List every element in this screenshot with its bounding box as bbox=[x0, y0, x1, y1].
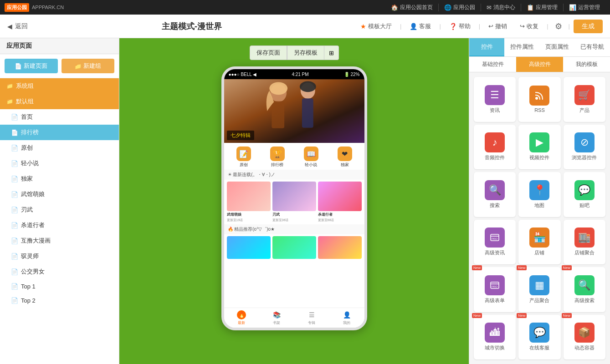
widget-search[interactable]: 🔍 搜索 bbox=[474, 172, 516, 217]
widget-adv-form[interactable]: New PRO 高级表单 bbox=[474, 267, 516, 312]
service-icon: 👤 bbox=[410, 23, 417, 30]
sidebar-shadao-label: 杀道行者 bbox=[21, 221, 45, 229]
tab-nav[interactable]: 已有导航 bbox=[575, 38, 610, 56]
service-label: 客服 bbox=[419, 22, 431, 30]
toolbar-right: ★ 模板大厅 | 👤 客服 | ❓ 帮助 | ↩ 撤销 ↪ 收复 | ⚙ | 生… bbox=[356, 20, 603, 33]
widget-adv-news[interactable]: PRO 高级资讯 bbox=[474, 220, 516, 265]
folder-default-icon: 📁 bbox=[6, 98, 13, 105]
online-service-widget-label: 在线客服 bbox=[529, 344, 549, 351]
bottom-tab-album[interactable]: ☰ 专辑 bbox=[307, 310, 316, 325]
rec-cover-1[interactable] bbox=[227, 236, 271, 259]
template-hall-button[interactable]: ★ 模板大厅 bbox=[356, 20, 396, 32]
widget-rss[interactable]: RSS bbox=[518, 77, 560, 122]
sidebar-page-yuling[interactable]: 📄 驭灵师 bbox=[0, 248, 119, 264]
back-button[interactable]: ◀ 返回 bbox=[7, 22, 28, 30]
new-group-button[interactable]: 📁 新建组 bbox=[62, 59, 115, 73]
bottom-tab-latest[interactable]: 🔥 最新 bbox=[237, 310, 246, 325]
service-button[interactable]: 👤 客服 bbox=[405, 20, 436, 32]
phone-icon-exclusive[interactable]: ❤ 独家 bbox=[338, 147, 352, 168]
tab-basic-controls[interactable]: 基础控件 bbox=[469, 57, 516, 72]
widget-video[interactable]: ▶ 视频控件 bbox=[518, 125, 560, 170]
rec-cover-3[interactable] bbox=[318, 236, 362, 259]
widget-online-service[interactable]: New 💬 在线客服 bbox=[518, 315, 560, 360]
widget-shop[interactable]: 🏪 店铺 bbox=[518, 220, 560, 265]
widget-shop-agg[interactable]: 🏬 店铺聚合 bbox=[564, 220, 605, 265]
nav-link-app-manage[interactable]: 📋 应用管理 bbox=[521, 4, 564, 11]
help-button[interactable]: ❓ 帮助 bbox=[445, 20, 475, 32]
search-widget-icon: 🔍 bbox=[485, 180, 505, 200]
sidebar-page-shadao[interactable]: 📄 杀道行者 bbox=[0, 217, 119, 233]
widget-tieba[interactable]: 💬 贴吧 bbox=[564, 172, 605, 217]
page-top1-icon: 📄 bbox=[11, 283, 18, 290]
new-page-button[interactable]: 📄 新建页面 bbox=[5, 59, 58, 73]
grid-view-button[interactable]: ⊞ bbox=[324, 46, 339, 60]
tab-control-props[interactable]: 控件属性 bbox=[504, 38, 539, 56]
album-tab-label: 专辑 bbox=[308, 320, 315, 325]
sidebar-page-home[interactable]: 📄 首页 bbox=[0, 109, 119, 125]
star-icon: ★ bbox=[360, 23, 366, 30]
widget-map[interactable]: 📍 地图 bbox=[518, 172, 560, 217]
widget-product[interactable]: 🛒 产品 bbox=[564, 77, 605, 122]
new-group-icon: 📁 bbox=[74, 63, 82, 70]
right-tabs-sub: 基础控件 高级控件 我的模板 bbox=[469, 57, 610, 72]
rss-widget-label: RSS bbox=[534, 107, 545, 113]
save-page-button[interactable]: 保存页面 bbox=[250, 46, 287, 60]
manga-item-2[interactable]: 刃武 更新至36话 bbox=[272, 182, 316, 222]
city-switch-new-badge: New bbox=[472, 313, 482, 318]
bottom-tab-mine[interactable]: 👤 我的 bbox=[342, 310, 351, 325]
sidebar-default-label: 默认组 bbox=[16, 97, 34, 106]
sidebar-group-default[interactable]: 📁 默认组 bbox=[0, 94, 119, 109]
tab-advanced-controls[interactable]: 高级控件 bbox=[516, 57, 563, 72]
nav-link-ops[interactable]: 📊 运营管理 bbox=[564, 4, 605, 11]
sidebar-page-wuguan[interactable]: 📄 武馆萌娘 bbox=[0, 187, 119, 202]
widget-city-switch[interactable]: New 🏙 城市切换 bbox=[474, 315, 516, 360]
tab-controls[interactable]: 控件 bbox=[469, 38, 504, 56]
save-template-button[interactable]: 另存模板 bbox=[287, 46, 324, 60]
audio-widget-label: 音频控件 bbox=[485, 154, 505, 161]
restore-label: 收复 bbox=[527, 22, 538, 30]
nav-park-label: 应用公园 bbox=[453, 4, 475, 11]
tab-my-templates[interactable]: 我的模板 bbox=[563, 57, 610, 72]
dynamic-container-new-badge: New bbox=[562, 313, 572, 318]
adv-form-new-badge: New bbox=[472, 265, 482, 270]
cancel-button[interactable]: ↩ 撤销 bbox=[484, 20, 512, 32]
sidebar-page-novel[interactable]: 📄 轻小说 bbox=[0, 156, 119, 171]
sidebar-page-renwu[interactable]: 📄 刃武 bbox=[0, 202, 119, 217]
sidebar-page-exclusive[interactable]: 📄 独家 bbox=[0, 171, 119, 187]
restore-button[interactable]: ↪ 收复 bbox=[515, 20, 543, 32]
manga-item-3[interactable]: 杀道行者 更新至68话 bbox=[318, 182, 362, 222]
bottom-tab-shelf[interactable]: 📚 书架 bbox=[272, 310, 281, 325]
manga-item-1[interactable]: 武馆萌娘 更新至19话 bbox=[227, 182, 271, 222]
sidebar-page-ranking[interactable]: 📄 排行榜 bbox=[0, 125, 119, 140]
widget-adv-search[interactable]: New 🔍 高级搜索 bbox=[564, 267, 605, 312]
widget-news[interactable]: ☰ 资讯 bbox=[474, 77, 516, 122]
cancel-icon: ↩ bbox=[488, 23, 493, 30]
sidebar-page-manhua[interactable]: 📄 互撸大漫画 bbox=[0, 233, 119, 248]
nav-link-home[interactable]: 🏠 应用公园首页 bbox=[385, 4, 439, 11]
sidebar-items: 📁 系统组 📁 默认组 📄 首页 📄 排行榜 📄 原创 📄 轻小说 bbox=[0, 78, 119, 364]
rec-cover-2[interactable] bbox=[272, 236, 316, 259]
widget-dynamic-container[interactable]: New 📦 动态容器 bbox=[564, 315, 605, 360]
settings-button[interactable]: ⚙ bbox=[552, 21, 565, 31]
phone-icon-ranking[interactable]: 🏆 排行榜 bbox=[270, 147, 285, 168]
sidebar-sys-label: 系统组 bbox=[16, 82, 34, 90]
nav-link-park[interactable]: 🌐 应用公园 bbox=[439, 4, 481, 11]
widget-audio[interactable]: ♪ 音频控件 bbox=[474, 125, 516, 170]
video-widget-label: 视频控件 bbox=[529, 154, 549, 161]
phone-icon-novel[interactable]: 📖 轻小说 bbox=[304, 147, 318, 168]
page-bus-icon: 📄 bbox=[11, 268, 18, 275]
phone-icon-original[interactable]: 📝 原创 bbox=[236, 147, 251, 168]
adv-search-widget-icon: 🔍 bbox=[574, 275, 595, 295]
sidebar-page-top2[interactable]: 📄 Top 2 bbox=[0, 293, 119, 308]
sidebar-page-bus[interactable]: 📄 公交男女 bbox=[0, 264, 119, 279]
widget-browser[interactable]: ⊘ 浏览器控件 bbox=[564, 125, 605, 170]
widget-product-agg[interactable]: New ▦ 产品聚合 bbox=[518, 267, 560, 312]
sidebar-home-label: 首页 bbox=[21, 113, 33, 121]
sidebar-group-sys[interactable]: 📁 系统组 bbox=[0, 78, 119, 94]
generate-button[interactable]: 生成 bbox=[574, 20, 603, 33]
sidebar-page-top1[interactable]: 📄 Top 1 bbox=[0, 279, 119, 293]
sidebar-page-original[interactable]: 📄 原创 bbox=[0, 140, 119, 156]
manga-cover-1 bbox=[227, 182, 271, 211]
nav-link-message[interactable]: ✉ 消息中心 bbox=[481, 4, 521, 11]
tab-page-props[interactable]: 页面属性 bbox=[540, 38, 575, 56]
